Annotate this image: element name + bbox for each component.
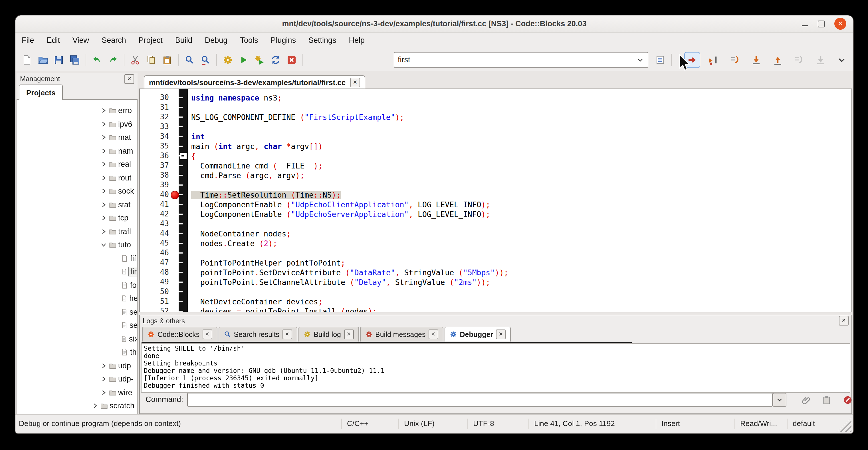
code-line-38[interactable]: cmd.Parse (argc, argv); xyxy=(191,170,851,180)
tree-item-stat[interactable]: stat xyxy=(17,198,137,211)
code-line-52[interactable]: devices = pointToPoint.Install (nodes); xyxy=(191,306,851,312)
line-number[interactable]: 33 xyxy=(140,122,172,131)
close-icon[interactable]: ✕ xyxy=(202,330,212,339)
breakpoint-marker[interactable] xyxy=(170,191,179,199)
line-number[interactable]: 50 xyxy=(140,287,172,296)
open-file-button[interactable] xyxy=(35,52,50,67)
tree-item-se[interactable]: se xyxy=(17,305,137,319)
close-icon[interactable]: ✕ xyxy=(834,18,846,30)
tree-item-udp-[interactable]: udp- xyxy=(17,372,137,386)
code-editor[interactable]: 3031323334353637383940414243444546474849… xyxy=(139,89,852,312)
line-number[interactable]: 34 xyxy=(140,131,172,141)
log-tab-code-blocks[interactable]: Code::Blocks ✕ xyxy=(142,327,217,341)
tree-item-wire[interactable]: wire xyxy=(17,386,137,399)
code-line-39[interactable] xyxy=(191,180,851,189)
tree-item-trafl[interactable]: trafl xyxy=(17,225,137,238)
close-icon[interactable]: ✕ xyxy=(124,74,134,84)
close-icon[interactable]: ✕ xyxy=(350,78,360,87)
title-bar[interactable]: mnt/dev/tools/source/ns-3-dev/examples/t… xyxy=(16,16,853,33)
chevron-down-icon[interactable] xyxy=(636,56,644,64)
abort-button[interactable] xyxy=(284,52,299,67)
log-tab-build-log[interactable]: Build log ✕ xyxy=(298,327,359,341)
step-out-button[interactable] xyxy=(770,52,785,67)
next-instruction-button[interactable] xyxy=(792,52,806,67)
code-line-45[interactable]: nodes.Create (2); xyxy=(191,238,851,248)
code-line-34[interactable]: int xyxy=(191,131,851,141)
new-file-button[interactable] xyxy=(20,52,34,67)
line-number[interactable]: 39 xyxy=(140,180,172,189)
fold-collapse-icon[interactable] xyxy=(180,152,187,160)
code-line-46[interactable] xyxy=(191,248,851,258)
tab-projects[interactable]: Projects xyxy=(19,85,63,100)
copy-button[interactable] xyxy=(144,52,159,67)
chevron-down-button[interactable] xyxy=(834,52,849,67)
code-line-31[interactable] xyxy=(191,102,851,112)
debug-continue-button[interactable] xyxy=(685,52,700,67)
clipboard-button[interactable] xyxy=(820,393,833,406)
menu-project[interactable]: Project xyxy=(133,34,168,47)
rebuild-button[interactable] xyxy=(268,52,283,67)
close-icon[interactable]: ✕ xyxy=(282,330,292,339)
line-number[interactable]: 51 xyxy=(140,296,172,306)
tree-item-nam[interactable]: nam xyxy=(17,144,137,158)
resize-grip[interactable] xyxy=(837,417,851,432)
code-line-36[interactable]: { xyxy=(191,151,851,160)
build-target-combo[interactable]: first xyxy=(394,52,648,68)
code-line-37[interactable]: CommandLine cmd (__FILE__); xyxy=(191,160,851,170)
menu-tools[interactable]: Tools xyxy=(234,34,264,47)
attach-button[interactable] xyxy=(800,393,812,406)
code-line-51[interactable]: NetDeviceContainer devices; xyxy=(191,296,851,306)
log-tab-search-results[interactable]: Search results ✕ xyxy=(218,327,297,341)
line-number[interactable]: 41 xyxy=(140,199,172,209)
code-line-42[interactable]: LogComponentEnable ("UdpEchoServerApplic… xyxy=(191,209,851,219)
line-number[interactable]: 37 xyxy=(140,160,172,170)
line-number[interactable]: 32 xyxy=(140,112,172,122)
tree-item-scratch[interactable]: scratch xyxy=(17,399,137,413)
menu-debug[interactable]: Debug xyxy=(199,34,234,47)
build-button[interactable] xyxy=(220,52,235,67)
menu-file[interactable]: File xyxy=(16,34,40,47)
tree-item-ipv6[interactable]: ipv6 xyxy=(17,117,137,131)
command-dropdown-button[interactable] xyxy=(773,393,786,407)
tree-item-fif[interactable]: fif xyxy=(17,251,137,265)
tree-item-tuto[interactable]: tuto xyxy=(17,238,137,251)
build-and-run-button[interactable] xyxy=(252,52,267,67)
code-line-33[interactable] xyxy=(191,122,851,131)
code-line-41[interactable]: LogComponentEnable ("UdpEchoClientApplic… xyxy=(191,199,851,209)
paste-button[interactable] xyxy=(160,52,175,67)
code-line-44[interactable]: NodeContainer nodes; xyxy=(191,229,851,238)
line-number[interactable]: 30 xyxy=(140,92,172,102)
menu-plugins[interactable]: Plugins xyxy=(265,34,302,47)
line-number[interactable]: 44 xyxy=(140,229,172,238)
stop-button[interactable] xyxy=(841,393,853,406)
menu-help[interactable]: Help xyxy=(343,34,371,47)
redo-button[interactable] xyxy=(105,52,120,67)
line-number[interactable]: 49 xyxy=(140,277,172,287)
tree-item-fir[interactable]: fir xyxy=(17,265,137,278)
code-line-30[interactable]: using namespace ns3; xyxy=(191,92,851,102)
maximize-icon[interactable] xyxy=(818,20,825,27)
tree-item-erro[interactable]: erro xyxy=(17,104,137,117)
command-input[interactable] xyxy=(187,393,773,407)
menu-search[interactable]: Search xyxy=(96,34,132,47)
code-line-35[interactable]: main (int argc, char *argv[]) xyxy=(191,141,851,151)
debugger-log[interactable]: Setting SHELL to '/bin/sh'doneSetting br… xyxy=(141,343,850,393)
line-number[interactable]: 43 xyxy=(140,219,172,229)
menu-build[interactable]: Build xyxy=(169,34,198,47)
menu-view[interactable]: View xyxy=(67,34,95,47)
close-icon[interactable]: ✕ xyxy=(839,316,848,326)
editor-tab-first-cc[interactable]: mnt/dev/tools/source/ns-3-dev/examples/t… xyxy=(144,76,365,89)
code-line-32[interactable]: NS_LOG_COMPONENT_DEFINE ("FirstScriptExa… xyxy=(191,112,851,122)
tree-item-tcp[interactable]: tcp xyxy=(17,211,137,225)
code-line-50[interactable] xyxy=(191,287,851,296)
run-to-cursor-button[interactable] xyxy=(706,52,721,67)
find-button[interactable] xyxy=(182,52,197,67)
line-number[interactable]: 52 xyxy=(140,306,172,312)
log-tab-debugger[interactable]: Debugger ✕ xyxy=(444,327,511,341)
menu-edit[interactable]: Edit xyxy=(41,34,66,47)
code-line-47[interactable]: PointToPointHelper pointToPoint; xyxy=(191,258,851,267)
line-number[interactable]: 48 xyxy=(140,267,172,277)
open-files-list-button[interactable] xyxy=(653,52,668,67)
tree-item-he[interactable]: he xyxy=(17,292,137,305)
menu-settings[interactable]: Settings xyxy=(303,34,342,47)
